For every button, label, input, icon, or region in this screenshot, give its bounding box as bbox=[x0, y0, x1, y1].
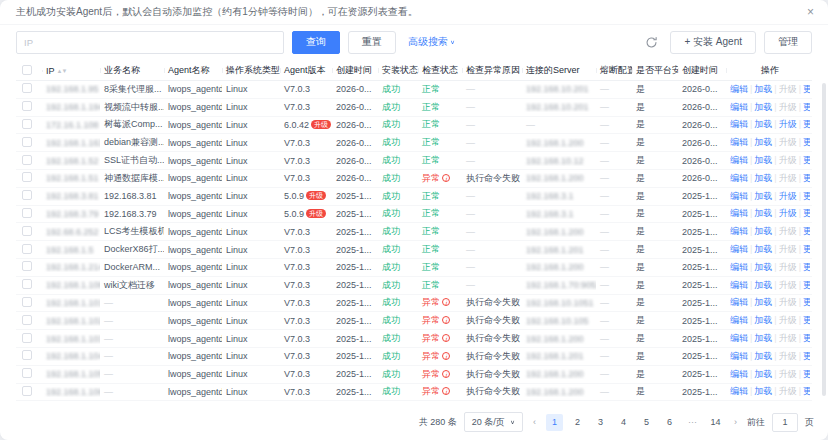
page-button-4[interactable]: 4 bbox=[615, 414, 632, 431]
action-edit[interactable]: 编辑 bbox=[730, 119, 748, 129]
action-load[interactable]: 加载 bbox=[754, 155, 772, 165]
action-edit[interactable]: 编辑 bbox=[730, 102, 748, 112]
row-checkbox[interactable] bbox=[22, 261, 32, 271]
page-button-3[interactable]: 3 bbox=[592, 414, 609, 431]
goto-page-input[interactable] bbox=[772, 413, 798, 432]
action-edit[interactable]: 编辑 bbox=[730, 315, 748, 325]
action-more[interactable]: 更多 bbox=[803, 226, 810, 236]
row-checkbox[interactable] bbox=[22, 279, 32, 289]
row-checkbox[interactable] bbox=[22, 315, 32, 325]
action-load[interactable]: 加载 bbox=[754, 208, 772, 218]
reset-button[interactable]: 重置 bbox=[348, 31, 396, 54]
action-more[interactable]: 更多 bbox=[803, 369, 810, 379]
action-load[interactable]: 加载 bbox=[754, 386, 772, 396]
next-page-button[interactable]: › bbox=[731, 417, 740, 427]
action-more[interactable]: 更多 bbox=[803, 280, 810, 290]
action-load[interactable]: 加载 bbox=[754, 226, 772, 236]
page-size-select[interactable]: 20 条/页 ∨ bbox=[464, 412, 523, 432]
action-load[interactable]: 加载 bbox=[754, 351, 772, 361]
action-edit[interactable]: 编辑 bbox=[730, 173, 748, 183]
action-edit[interactable]: 编辑 bbox=[730, 280, 748, 290]
action-more[interactable]: 更多 bbox=[803, 315, 810, 325]
row-checkbox[interactable] bbox=[22, 155, 32, 165]
action-upgrade[interactable]: 升级 bbox=[779, 208, 797, 218]
refresh-icon[interactable] bbox=[645, 36, 658, 49]
row-checkbox[interactable] bbox=[22, 297, 32, 307]
action-edit[interactable]: 编辑 bbox=[730, 386, 748, 396]
action-edit[interactable]: 编辑 bbox=[730, 369, 748, 379]
action-load[interactable]: 加载 bbox=[754, 244, 772, 254]
action-edit[interactable]: 编辑 bbox=[730, 226, 748, 236]
manage-button[interactable]: 管理 bbox=[764, 31, 812, 54]
row-checkbox[interactable] bbox=[22, 226, 32, 236]
row-checkbox[interactable] bbox=[22, 83, 32, 93]
ip-search-input[interactable] bbox=[16, 31, 284, 54]
action-upgrade[interactable]: 升级 bbox=[779, 119, 797, 129]
action-more[interactable]: 更多 bbox=[803, 155, 810, 165]
close-icon[interactable]: × bbox=[807, 6, 814, 18]
action-edit[interactable]: 编辑 bbox=[730, 208, 748, 218]
action-edit[interactable]: 编辑 bbox=[730, 155, 748, 165]
info-icon[interactable]: i bbox=[442, 316, 450, 324]
action-edit[interactable]: 编辑 bbox=[730, 244, 748, 254]
row-checkbox[interactable] bbox=[22, 190, 32, 200]
info-icon[interactable]: i bbox=[442, 174, 450, 182]
install-agent-button[interactable]: + 安装 Agent bbox=[670, 31, 756, 54]
row-checkbox[interactable] bbox=[22, 386, 32, 396]
row-checkbox[interactable] bbox=[22, 333, 32, 343]
row-checkbox[interactable] bbox=[22, 350, 32, 360]
action-more[interactable]: 更多 bbox=[803, 386, 810, 396]
action-edit[interactable]: 编辑 bbox=[730, 262, 748, 272]
row-checkbox[interactable] bbox=[22, 137, 32, 147]
page-button-14[interactable]: 14 bbox=[707, 414, 724, 431]
action-load[interactable]: 加载 bbox=[754, 137, 772, 147]
action-more[interactable]: 更多 bbox=[803, 244, 810, 254]
advanced-search-link[interactable]: 高级搜索 ∨ bbox=[408, 35, 455, 49]
search-button[interactable]: 查询 bbox=[292, 31, 340, 54]
action-more[interactable]: 更多 bbox=[803, 119, 810, 129]
action-load[interactable]: 加载 bbox=[754, 191, 772, 201]
page-button-1[interactable]: 1 bbox=[546, 414, 563, 431]
page-button-2[interactable]: 2 bbox=[569, 414, 586, 431]
action-load[interactable]: 加载 bbox=[754, 173, 772, 183]
action-edit[interactable]: 编辑 bbox=[730, 137, 748, 147]
row-checkbox[interactable] bbox=[22, 172, 32, 182]
info-icon[interactable]: i bbox=[442, 334, 450, 342]
action-upgrade[interactable]: 升级 bbox=[779, 191, 797, 201]
action-load[interactable]: 加载 bbox=[754, 315, 772, 325]
action-load[interactable]: 加载 bbox=[754, 297, 772, 307]
action-more[interactable]: 更多 bbox=[803, 137, 810, 147]
info-icon[interactable]: i bbox=[442, 298, 450, 306]
action-more[interactable]: 更多 bbox=[803, 351, 810, 361]
action-edit[interactable]: 编辑 bbox=[730, 84, 748, 94]
row-checkbox[interactable] bbox=[22, 101, 32, 111]
action-load[interactable]: 加载 bbox=[754, 84, 772, 94]
action-more[interactable]: 更多 bbox=[803, 262, 810, 272]
prev-page-button[interactable]: ‹ bbox=[530, 417, 539, 427]
page-button-5[interactable]: 5 bbox=[638, 414, 655, 431]
row-checkbox[interactable] bbox=[22, 208, 32, 218]
action-more[interactable]: 更多 bbox=[803, 173, 810, 183]
row-checkbox[interactable] bbox=[22, 368, 32, 378]
action-load[interactable]: 加载 bbox=[754, 333, 772, 343]
action-more[interactable]: 更多 bbox=[803, 84, 810, 94]
row-checkbox[interactable] bbox=[22, 119, 32, 129]
action-load[interactable]: 加载 bbox=[754, 119, 772, 129]
sort-icon[interactable]: ▲▼ bbox=[57, 68, 67, 74]
action-more[interactable]: 更多 bbox=[803, 333, 810, 343]
action-more[interactable]: 更多 bbox=[803, 297, 810, 307]
info-icon[interactable]: i bbox=[442, 387, 450, 395]
action-edit[interactable]: 编辑 bbox=[730, 297, 748, 307]
action-more[interactable]: 更多 bbox=[803, 191, 810, 201]
action-load[interactable]: 加载 bbox=[754, 280, 772, 290]
action-edit[interactable]: 编辑 bbox=[730, 191, 748, 201]
vertical-scrollbar[interactable] bbox=[822, 83, 826, 396]
action-more[interactable]: 更多 bbox=[803, 102, 810, 112]
action-load[interactable]: 加载 bbox=[754, 262, 772, 272]
info-icon[interactable]: i bbox=[442, 370, 450, 378]
action-load[interactable]: 加载 bbox=[754, 369, 772, 379]
info-icon[interactable]: i bbox=[442, 352, 450, 360]
action-load[interactable]: 加载 bbox=[754, 102, 772, 112]
action-edit[interactable]: 编辑 bbox=[730, 333, 748, 343]
action-more[interactable]: 更多 bbox=[803, 208, 810, 218]
